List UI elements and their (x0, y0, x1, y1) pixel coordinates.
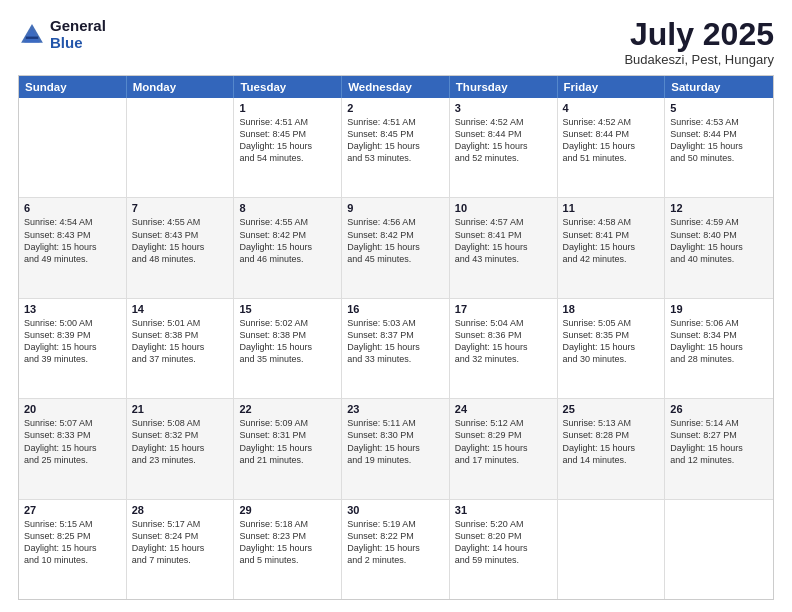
sunset-text: Sunset: 8:43 PM (24, 229, 121, 241)
daylight-minutes: and 45 minutes. (347, 253, 444, 265)
header-tuesday: Tuesday (234, 76, 342, 98)
sunset-text: Sunset: 8:23 PM (239, 530, 336, 542)
day-number: 4 (563, 102, 660, 114)
daylight-text: Daylight: 15 hours (132, 542, 229, 554)
cal-cell-r0-c2: 1Sunrise: 4:51 AMSunset: 8:45 PMDaylight… (234, 98, 342, 197)
cal-cell-r4-c4: 31Sunrise: 5:20 AMSunset: 8:20 PMDayligh… (450, 500, 558, 599)
daylight-text: Daylight: 15 hours (455, 341, 552, 353)
sunrise-text: Sunrise: 4:52 AM (563, 116, 660, 128)
day-number: 15 (239, 303, 336, 315)
sunrise-text: Sunrise: 4:55 AM (239, 216, 336, 228)
sunset-text: Sunset: 8:33 PM (24, 429, 121, 441)
sunset-text: Sunset: 8:44 PM (563, 128, 660, 140)
daylight-text: Daylight: 15 hours (670, 341, 768, 353)
daylight-text: Daylight: 15 hours (455, 140, 552, 152)
header-saturday: Saturday (665, 76, 773, 98)
sunset-text: Sunset: 8:41 PM (563, 229, 660, 241)
daylight-text: Daylight: 15 hours (239, 442, 336, 454)
location: Budakeszi, Pest, Hungary (624, 52, 774, 67)
daylight-minutes: and 14 minutes. (563, 454, 660, 466)
cal-cell-r4-c3: 30Sunrise: 5:19 AMSunset: 8:22 PMDayligh… (342, 500, 450, 599)
sunset-text: Sunset: 8:27 PM (670, 429, 768, 441)
daylight-text: Daylight: 15 hours (24, 542, 121, 554)
day-number: 5 (670, 102, 768, 114)
cal-cell-r0-c5: 4Sunrise: 4:52 AMSunset: 8:44 PMDaylight… (558, 98, 666, 197)
sunset-text: Sunset: 8:39 PM (24, 329, 121, 341)
sunrise-text: Sunrise: 5:20 AM (455, 518, 552, 530)
day-number: 6 (24, 202, 121, 214)
cal-cell-r4-c5 (558, 500, 666, 599)
cal-cell-r4-c2: 29Sunrise: 5:18 AMSunset: 8:23 PMDayligh… (234, 500, 342, 599)
sunset-text: Sunset: 8:40 PM (670, 229, 768, 241)
sunset-text: Sunset: 8:32 PM (132, 429, 229, 441)
cal-cell-r1-c0: 6Sunrise: 4:54 AMSunset: 8:43 PMDaylight… (19, 198, 127, 297)
daylight-minutes: and 39 minutes. (24, 353, 121, 365)
day-number: 25 (563, 403, 660, 415)
daylight-minutes: and 49 minutes. (24, 253, 121, 265)
sunset-text: Sunset: 8:38 PM (132, 329, 229, 341)
sunset-text: Sunset: 8:24 PM (132, 530, 229, 542)
daylight-text: Daylight: 15 hours (24, 442, 121, 454)
cal-cell-r2-c0: 13Sunrise: 5:00 AMSunset: 8:39 PMDayligh… (19, 299, 127, 398)
daylight-minutes: and 28 minutes. (670, 353, 768, 365)
sunset-text: Sunset: 8:25 PM (24, 530, 121, 542)
svg-rect-2 (26, 36, 38, 38)
logo-blue: Blue (50, 35, 106, 52)
cal-cell-r1-c2: 8Sunrise: 4:55 AMSunset: 8:42 PMDaylight… (234, 198, 342, 297)
day-number: 19 (670, 303, 768, 315)
sunset-text: Sunset: 8:44 PM (455, 128, 552, 140)
sunrise-text: Sunrise: 5:09 AM (239, 417, 336, 429)
sunrise-text: Sunrise: 5:07 AM (24, 417, 121, 429)
cal-cell-r3-c0: 20Sunrise: 5:07 AMSunset: 8:33 PMDayligh… (19, 399, 127, 498)
cal-cell-r2-c1: 14Sunrise: 5:01 AMSunset: 8:38 PMDayligh… (127, 299, 235, 398)
day-number: 8 (239, 202, 336, 214)
sunrise-text: Sunrise: 5:15 AM (24, 518, 121, 530)
daylight-text: Daylight: 15 hours (132, 442, 229, 454)
daylight-text: Daylight: 15 hours (563, 140, 660, 152)
sunrise-text: Sunrise: 5:11 AM (347, 417, 444, 429)
sunset-text: Sunset: 8:20 PM (455, 530, 552, 542)
sunset-text: Sunset: 8:42 PM (239, 229, 336, 241)
header-monday: Monday (127, 76, 235, 98)
daylight-minutes: and 48 minutes. (132, 253, 229, 265)
calendar-header: Sunday Monday Tuesday Wednesday Thursday… (19, 76, 773, 98)
daylight-minutes: and 32 minutes. (455, 353, 552, 365)
cal-cell-r3-c1: 21Sunrise: 5:08 AMSunset: 8:32 PMDayligh… (127, 399, 235, 498)
calendar-row-4: 27Sunrise: 5:15 AMSunset: 8:25 PMDayligh… (19, 499, 773, 599)
cal-cell-r2-c6: 19Sunrise: 5:06 AMSunset: 8:34 PMDayligh… (665, 299, 773, 398)
daylight-minutes: and 12 minutes. (670, 454, 768, 466)
month-title: July 2025 (624, 18, 774, 50)
logo-general: General (50, 18, 106, 35)
day-number: 14 (132, 303, 229, 315)
sunset-text: Sunset: 8:34 PM (670, 329, 768, 341)
calendar-row-2: 13Sunrise: 5:00 AMSunset: 8:39 PMDayligh… (19, 298, 773, 398)
cal-cell-r0-c1 (127, 98, 235, 197)
daylight-text: Daylight: 15 hours (563, 341, 660, 353)
daylight-text: Daylight: 14 hours (455, 542, 552, 554)
cal-cell-r1-c6: 12Sunrise: 4:59 AMSunset: 8:40 PMDayligh… (665, 198, 773, 297)
daylight-text: Daylight: 15 hours (24, 241, 121, 253)
daylight-minutes: and 17 minutes. (455, 454, 552, 466)
daylight-text: Daylight: 15 hours (239, 341, 336, 353)
cal-cell-r0-c0 (19, 98, 127, 197)
cal-cell-r1-c4: 10Sunrise: 4:57 AMSunset: 8:41 PMDayligh… (450, 198, 558, 297)
header-wednesday: Wednesday (342, 76, 450, 98)
sunrise-text: Sunrise: 5:06 AM (670, 317, 768, 329)
daylight-minutes: and 25 minutes. (24, 454, 121, 466)
sunrise-text: Sunrise: 5:08 AM (132, 417, 229, 429)
sunrise-text: Sunrise: 5:02 AM (239, 317, 336, 329)
sunrise-text: Sunrise: 4:57 AM (455, 216, 552, 228)
cal-cell-r2-c4: 17Sunrise: 5:04 AMSunset: 8:36 PMDayligh… (450, 299, 558, 398)
cal-cell-r0-c4: 3Sunrise: 4:52 AMSunset: 8:44 PMDaylight… (450, 98, 558, 197)
daylight-minutes: and 46 minutes. (239, 253, 336, 265)
sunset-text: Sunset: 8:22 PM (347, 530, 444, 542)
daylight-minutes: and 54 minutes. (239, 152, 336, 164)
day-number: 10 (455, 202, 552, 214)
cal-cell-r0-c3: 2Sunrise: 4:51 AMSunset: 8:45 PMDaylight… (342, 98, 450, 197)
daylight-text: Daylight: 15 hours (24, 341, 121, 353)
day-number: 30 (347, 504, 444, 516)
cal-cell-r1-c3: 9Sunrise: 4:56 AMSunset: 8:42 PMDaylight… (342, 198, 450, 297)
daylight-minutes: and 53 minutes. (347, 152, 444, 164)
calendar-row-0: 1Sunrise: 4:51 AMSunset: 8:45 PMDaylight… (19, 98, 773, 197)
cal-cell-r3-c5: 25Sunrise: 5:13 AMSunset: 8:28 PMDayligh… (558, 399, 666, 498)
